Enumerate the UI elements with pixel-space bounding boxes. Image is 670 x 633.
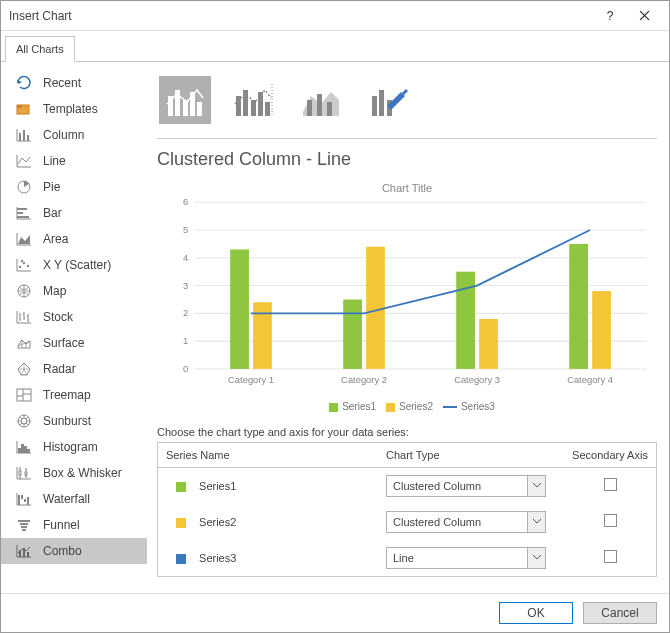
close-button[interactable] <box>627 1 661 31</box>
sidebar-item-funnel[interactable]: Funnel <box>1 512 147 538</box>
subtype-clustered-column-line-secondary[interactable] <box>227 76 279 124</box>
series-swatch <box>176 482 186 492</box>
secondary-axis-checkbox[interactable] <box>604 478 617 491</box>
sidebar-item-sunburst[interactable]: Sunburst <box>1 408 147 434</box>
subtype-clustered-column-line[interactable] <box>159 76 211 124</box>
combo-subtype-icon <box>369 82 409 118</box>
chart-type-select[interactable]: Clustered Column <box>386 511 546 533</box>
sidebar-item-pie[interactable]: Pie <box>1 174 147 200</box>
svg-rect-25 <box>24 499 26 502</box>
svg-rect-24 <box>21 495 23 499</box>
svg-text:3: 3 <box>183 281 188 291</box>
secondary-axis-checkbox[interactable] <box>604 514 617 527</box>
series-table-header: Series Name Chart Type Secondary Axis <box>158 443 656 468</box>
sidebar-item-label: Box & Whisker <box>43 466 122 480</box>
svg-rect-71 <box>479 319 498 369</box>
chart-type-value: Line <box>393 552 414 564</box>
sidebar-item-stock[interactable]: Stock <box>1 304 147 330</box>
svg-rect-1 <box>17 105 22 108</box>
chart-legend: Series1Series2Series3 <box>157 401 657 412</box>
sidebar-item-label: Radar <box>43 362 76 376</box>
tab-all-charts[interactable]: All Charts <box>5 36 75 62</box>
svg-rect-45 <box>317 94 322 116</box>
svg-text:Category 3: Category 3 <box>454 375 500 385</box>
subtype-stacked-area-column[interactable] <box>295 76 347 124</box>
combo-icon <box>15 542 33 560</box>
recent-icon <box>15 74 33 92</box>
boxwhisker-icon <box>15 464 33 482</box>
svg-rect-21 <box>19 471 21 475</box>
cancel-button[interactable]: Cancel <box>583 602 657 624</box>
sidebar-item-line[interactable]: Line <box>1 148 147 174</box>
subtype-custom-combo[interactable] <box>363 76 415 124</box>
scatter-icon <box>15 256 33 274</box>
sidebar-item-recent[interactable]: Recent <box>1 70 147 96</box>
sidebar-item-radar[interactable]: Radar <box>1 356 147 382</box>
sidebar-item-label: Stock <box>43 310 73 324</box>
sidebar-item-templates[interactable]: Templates <box>1 96 147 122</box>
sidebar-item-column[interactable]: Column <box>1 122 147 148</box>
ok-button[interactable]: OK <box>499 602 573 624</box>
sidebar-item-map[interactable]: Map <box>1 278 147 304</box>
series-row: Series2 Clustered Column <box>158 504 656 540</box>
svg-rect-47 <box>372 96 377 116</box>
stock-icon <box>15 308 33 326</box>
svg-point-9 <box>19 266 21 268</box>
svg-rect-20 <box>27 449 30 453</box>
svg-rect-17 <box>18 448 21 453</box>
sidebar-item-scatter[interactable]: X Y (Scatter) <box>1 252 147 278</box>
line-icon <box>15 152 33 170</box>
sidebar-item-label: Bar <box>43 206 62 220</box>
series-row: Series3 Line <box>158 540 656 576</box>
svg-rect-6 <box>17 208 27 210</box>
templates-icon <box>15 100 33 118</box>
series-swatch <box>176 518 186 528</box>
sidebar-item-label: Column <box>43 128 84 142</box>
svg-rect-48 <box>379 90 384 116</box>
chart-plot: 0123456Category 1Category 2Category 3Cat… <box>157 196 657 394</box>
svg-text:2: 2 <box>183 308 188 318</box>
sunburst-icon <box>15 412 33 430</box>
svg-text:Category 1: Category 1 <box>228 375 274 385</box>
svg-rect-73 <box>569 244 588 369</box>
close-icon <box>639 10 650 21</box>
area-icon <box>15 230 33 248</box>
sidebar-item-surface[interactable]: Surface <box>1 330 147 356</box>
svg-text:Category 2: Category 2 <box>341 375 387 385</box>
svg-text:5: 5 <box>183 225 188 235</box>
dialog-footer: OK Cancel <box>1 593 669 632</box>
sidebar-item-label: Combo <box>43 544 82 558</box>
sidebar-item-treemap[interactable]: Treemap <box>1 382 147 408</box>
svg-rect-19 <box>24 446 27 453</box>
waterfall-icon <box>15 490 33 508</box>
sidebar-item-waterfall[interactable]: Waterfall <box>1 486 147 512</box>
sidebar-item-histogram[interactable]: Histogram <box>1 434 147 460</box>
chart-type-value: Clustered Column <box>393 480 481 492</box>
sidebar-item-area[interactable]: Area <box>1 226 147 252</box>
chart-type-select[interactable]: Line <box>386 547 546 569</box>
header-series-name: Series Name <box>158 443 378 467</box>
svg-rect-38 <box>197 102 202 116</box>
svg-point-12 <box>21 260 23 262</box>
svg-rect-23 <box>18 495 20 505</box>
svg-rect-74 <box>592 291 611 369</box>
svg-rect-27 <box>18 520 30 522</box>
svg-text:0: 0 <box>183 364 188 374</box>
sidebar-item-bar[interactable]: Bar <box>1 200 147 226</box>
secondary-axis-checkbox[interactable] <box>604 550 617 563</box>
sidebar-item-label: Waterfall <box>43 492 90 506</box>
sidebar-item-combo[interactable]: Combo <box>1 538 147 564</box>
svg-rect-33 <box>27 552 29 557</box>
sidebar-item-label: X Y (Scatter) <box>43 258 111 272</box>
sidebar-item-boxwhisker[interactable]: Box & Whisker <box>1 460 147 486</box>
chart-type-select[interactable]: Clustered Column <box>386 475 546 497</box>
main-panel: Clustered Column - Line Chart Title 0123… <box>147 62 669 593</box>
pie-icon <box>15 178 33 196</box>
sidebar-item-label: Surface <box>43 336 84 350</box>
sidebar-item-label: Line <box>43 154 66 168</box>
svg-rect-7 <box>17 212 23 214</box>
bar-icon <box>15 204 33 222</box>
help-button[interactable]: ? <box>593 1 627 31</box>
svg-rect-46 <box>327 102 332 116</box>
svg-point-10 <box>23 262 25 264</box>
